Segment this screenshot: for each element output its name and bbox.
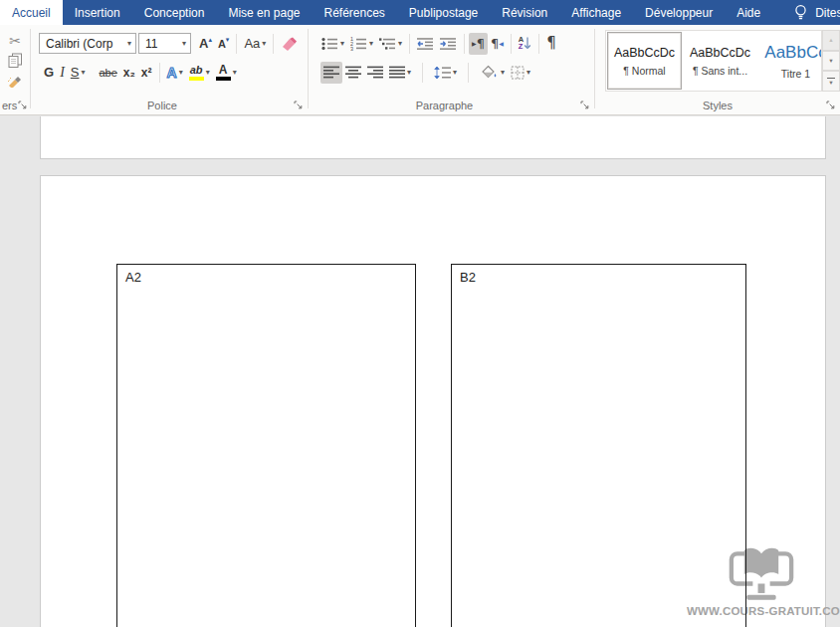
copy-icon[interactable]	[8, 53, 23, 68]
underline-button[interactable]: S ▾	[68, 62, 89, 84]
chevron-down-icon: ▾	[81, 69, 85, 77]
grow-arrow-icon: ▴	[208, 36, 212, 44]
increase-indent-button[interactable]	[437, 33, 460, 55]
tab-aide[interactable]: Aide	[725, 0, 772, 25]
align-right-icon	[367, 66, 383, 79]
tab-developpeur[interactable]: Développeur	[633, 0, 725, 25]
change-case-button[interactable]: Aa ▾	[241, 33, 269, 55]
chevron-down-icon: ▾	[123, 40, 135, 48]
italic-button[interactable]: I	[57, 62, 68, 84]
chevron-down-icon: ▾	[526, 69, 530, 77]
bullets-button[interactable]: ▾	[318, 33, 347, 55]
ribbon-tab-bar: Accueil Insertion Conception Mise en pag…	[0, 0, 840, 25]
tab-affichage[interactable]: Affichage	[559, 0, 633, 25]
clipboard-dialog-launcher-icon[interactable]	[18, 101, 28, 110]
rtl-triangle-icon: ◀	[499, 41, 504, 47]
styles-group: AaBbCcDc ¶ Normal AaBbCcDc ¶ Sans int...…	[595, 25, 840, 114]
grow-font-button[interactable]: A ▴	[196, 33, 215, 55]
table-cell-a2[interactable]: A2	[116, 264, 416, 627]
highlight-color-button[interactable]: ab ▾	[186, 62, 213, 84]
text-effects-icon: A	[167, 65, 177, 81]
tab-conception[interactable]: Conception	[132, 0, 217, 25]
tell-me-box[interactable]: Dites-le-n	[794, 0, 840, 25]
multilevel-list-button[interactable]: ▾	[376, 33, 405, 55]
font-size-combobox[interactable]: 11 ▾	[138, 33, 191, 54]
font-name-value: Calibri (Corp	[46, 37, 112, 51]
tab-references[interactable]: Références	[312, 0, 396, 25]
chevron-down-icon: ▾	[501, 69, 505, 77]
tab-insertion[interactable]: Insertion	[63, 0, 132, 25]
rtl-text-direction-button[interactable]: ¶ ◀	[488, 33, 507, 55]
clipboard-group: ✂ ers	[0, 25, 30, 114]
styles-gallery-more-button[interactable]: ▼	[822, 71, 840, 92]
format-painter-icon[interactable]	[7, 73, 23, 88]
styles-gallery-scroll: ▲ ▼ ▼	[822, 30, 840, 92]
chevron-down-icon: ▾	[179, 69, 183, 77]
paragraph-dialog-launcher-icon[interactable]	[580, 101, 590, 110]
clipboard-group-label: ers	[2, 100, 17, 111]
chevron-down-icon: ▾	[453, 69, 457, 77]
line-spacing-button[interactable]: ▾	[431, 62, 460, 84]
tab-revision[interactable]: Révision	[490, 0, 559, 25]
styles-dialog-launcher-icon[interactable]	[826, 101, 836, 110]
align-right-button[interactable]	[364, 62, 386, 84]
chevron-down-icon: ▾	[407, 69, 411, 77]
document-area: WWW.COURS-GRATUIT.COM A2 B2	[0, 115, 840, 627]
font-group-label: Police	[31, 100, 294, 111]
increase-indent-icon	[440, 37, 457, 51]
cut-icon[interactable]: ✂	[9, 34, 21, 48]
font-size-value: 11	[145, 37, 157, 51]
table-cell-b2[interactable]: B2	[451, 264, 746, 627]
align-left-button[interactable]	[320, 62, 342, 84]
ltr-text-direction-button[interactable]: ▶ ¶	[469, 33, 488, 55]
lightbulb-icon	[794, 4, 807, 21]
tab-mise-en-page[interactable]: Mise en page	[216, 0, 312, 25]
shrink-font-button[interactable]: A ▾	[215, 33, 232, 55]
chevron-down-icon: ▾	[398, 40, 402, 48]
superscript-button[interactable]: x²	[138, 62, 155, 84]
chevron-down-icon: ▾	[233, 69, 237, 77]
font-name-combobox[interactable]: Calibri (Corp ▾	[39, 33, 136, 54]
justify-button[interactable]: ▾	[386, 62, 414, 84]
chevron-down-icon: ▾	[369, 40, 373, 48]
bullet-list-icon	[321, 37, 338, 51]
font-color-button[interactable]: A ▾	[213, 62, 240, 84]
text-effects-button[interactable]: A ▾	[164, 62, 186, 84]
multilevel-list-icon	[379, 37, 396, 51]
paint-bucket-icon	[480, 65, 499, 80]
decrease-indent-icon	[417, 37, 434, 51]
chevron-down-icon: ▾	[178, 40, 190, 48]
font-group: Calibri (Corp ▾ 11 ▾ A ▴ A ▾ Aa	[31, 25, 308, 114]
styles-scroll-down-button[interactable]: ▼	[822, 51, 840, 72]
align-center-button[interactable]	[342, 62, 364, 84]
shading-button[interactable]: ▾	[477, 62, 508, 84]
style-sans-interligne[interactable]: AaBbCcDc ¶ Sans int...	[683, 32, 757, 90]
document-page-previous[interactable]	[40, 116, 826, 159]
bold-button[interactable]: G	[41, 62, 57, 84]
tell-me-label: Dites-le-n	[815, 6, 840, 20]
decrease-indent-button[interactable]	[414, 33, 437, 55]
sort-button[interactable]: A Z	[516, 33, 534, 55]
ribbon: ✂ ers	[0, 25, 840, 115]
borders-button[interactable]: ▾	[508, 62, 533, 84]
cell-b2-label: B2	[452, 265, 745, 285]
styles-group-label: Styles	[595, 100, 840, 111]
font-dialog-launcher-icon[interactable]	[294, 101, 304, 110]
paragraph-group: ▾ 1 2 3 ▾	[309, 25, 594, 114]
chevron-down-icon: ▾	[262, 40, 266, 48]
cell-a2-label: A2	[117, 265, 415, 285]
strikethrough-button[interactable]: abe	[96, 62, 119, 84]
chevron-down-icon: ▾	[340, 40, 344, 48]
borders-icon	[511, 66, 525, 80]
styles-scroll-up-button[interactable]: ▲	[822, 30, 840, 51]
numbering-button[interactable]: 1 2 3 ▾	[347, 33, 376, 55]
style-normal[interactable]: AaBbCcDc ¶ Normal	[607, 32, 682, 90]
tab-accueil[interactable]: Accueil	[0, 0, 63, 25]
subscript-button[interactable]: x₂	[120, 62, 138, 84]
tab-publipostage[interactable]: Publipostage	[397, 0, 490, 25]
show-paragraph-marks-button[interactable]: ¶	[543, 33, 559, 55]
styles-gallery: AaBbCcDc ¶ Normal AaBbCcDc ¶ Sans int...…	[605, 30, 822, 92]
clear-formatting-button[interactable]	[278, 33, 301, 55]
align-left-icon	[323, 66, 339, 79]
style-titre-1[interactable]: AaBbCc Titre 1	[758, 32, 822, 90]
